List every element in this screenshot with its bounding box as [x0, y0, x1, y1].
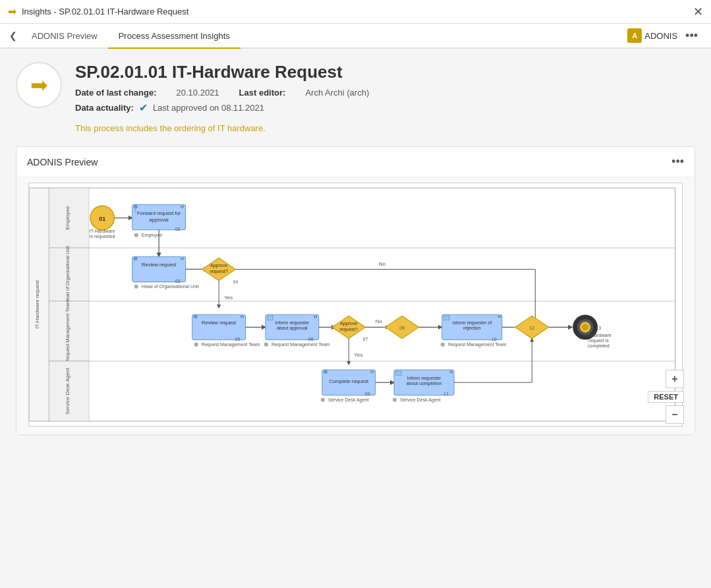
- svg-text:approval: approval: [150, 217, 169, 223]
- svg-text:Inform requester: Inform requester: [407, 376, 441, 381]
- tab-bar: ❮ ADONIS Preview Process Assessment Insi…: [0, 24, 711, 49]
- svg-text:Inform requester of: Inform requester of: [453, 320, 492, 326]
- svg-text:Yes: Yes: [354, 352, 362, 358]
- tab-bar-right: A ADONIS •••: [627, 24, 706, 47]
- header-info: SP.02.01.01 IT-Hardware Request Date of …: [75, 62, 695, 133]
- tab-process-assessment[interactable]: Process Assessment Insights: [108, 24, 241, 49]
- title-bar: ➡ Insights - SP.02.01.01 IT-Hardware Req…: [0, 0, 711, 24]
- editor-value: Arch Archi (arch): [305, 88, 369, 98]
- svg-text:completed: completed: [588, 343, 610, 349]
- svg-text:Head of Organisational Unit: Head of Organisational Unit: [142, 284, 199, 289]
- date-label: Date of last change:: [75, 88, 157, 98]
- svg-point-51: [194, 314, 198, 318]
- svg-text:Service Desk Agent: Service Desk Agent: [400, 397, 441, 403]
- check-icon: ✔: [139, 102, 148, 114]
- svg-point-27: [134, 233, 138, 237]
- svg-text:Inform requester: Inform requester: [275, 320, 310, 326]
- svg-text:IT-Hardware: IT-Hardware: [586, 333, 611, 338]
- svg-point-121: [393, 398, 397, 402]
- preview-header: ADONIS Preview •••: [16, 147, 695, 177]
- header-section: ➡ SP.02.01.01 IT-Hardware Request Date o…: [16, 62, 695, 133]
- svg-point-23: [134, 204, 138, 208]
- diagram-canvas[interactable]: IT-Hardware request Employee Head of Org…: [28, 183, 683, 426]
- svg-text:about completion: about completion: [407, 381, 442, 386]
- preview-title: ADONIS Preview: [27, 157, 98, 167]
- meta-row: Date of last change: 20.10.2021 Last edi…: [75, 88, 695, 98]
- svg-point-106: [324, 370, 327, 374]
- main-content: ➡ SP.02.01.01 IT-Hardware Request Date o…: [0, 49, 711, 588]
- svg-text:02: 02: [175, 227, 181, 231]
- svg-point-66: [264, 343, 268, 347]
- svg-text:Review request: Review request: [202, 320, 237, 326]
- svg-text:Request Management Team: Request Management Team: [448, 342, 507, 347]
- svg-point-87: [441, 343, 445, 347]
- actuality-value: Last approved on 08.11.2021: [153, 103, 264, 113]
- svg-text:Approve: Approve: [210, 263, 227, 268]
- zoom-in-button[interactable]: +: [666, 370, 684, 388]
- svg-text:Complete request: Complete request: [329, 378, 369, 384]
- svg-text:Yes: Yes: [224, 295, 233, 301]
- title-arrow-icon: ➡: [8, 5, 16, 18]
- svg-text:07: 07: [363, 337, 368, 341]
- svg-point-54: [194, 343, 198, 347]
- tab-adonis-preview[interactable]: ADONIS Preview: [21, 24, 108, 49]
- process-title: SP.02.01.01 IT-Hardware Request: [75, 62, 695, 82]
- svg-text:request?: request?: [210, 269, 228, 274]
- svg-text:11: 11: [443, 392, 449, 397]
- process-arrow-icon: ➡: [30, 73, 48, 98]
- date-value: 20.10.2021: [177, 88, 219, 98]
- actuality-label: Data actuality:: [75, 103, 134, 113]
- svg-text:Head of Organisational Unit: Head of Organisational Unit: [65, 246, 71, 303]
- tab-nav-prev[interactable]: ❮: [5, 24, 21, 47]
- svg-text:request?: request?: [340, 327, 358, 332]
- svg-point-96: [582, 324, 588, 330]
- editor-label: Last editor:: [239, 88, 286, 98]
- diagram-controls: + RESET −: [648, 370, 684, 424]
- svg-text:Review request: Review request: [142, 262, 177, 268]
- svg-text:IT-Hardware: IT-Hardware: [90, 229, 115, 233]
- svg-text:No: No: [376, 318, 383, 324]
- svg-text:10: 10: [492, 337, 497, 341]
- svg-point-33: [134, 256, 138, 260]
- svg-text:Forward request for: Forward request for: [137, 210, 181, 216]
- preview-section: ADONIS Preview ••• IT-Hardware request E…: [16, 146, 695, 435]
- svg-text:Request Management Team: Request Management Team: [202, 342, 260, 347]
- svg-text:09: 09: [365, 392, 370, 397]
- svg-text:No: No: [379, 261, 386, 267]
- process-icon: ➡: [16, 62, 62, 108]
- tab-bar-left: ❮ ADONIS Preview Process Assessment Insi…: [5, 24, 241, 47]
- svg-text:08: 08: [399, 326, 405, 330]
- svg-text:06: 06: [308, 337, 314, 341]
- description-text: This process includes the ordering of IT…: [75, 123, 695, 133]
- svg-text:Employee: Employee: [65, 206, 71, 229]
- svg-text:12: 12: [529, 326, 534, 330]
- reset-button[interactable]: RESET: [648, 391, 684, 403]
- title-bar-left: ➡ Insights - SP.02.01.01 IT-Hardware Req…: [8, 5, 188, 18]
- svg-text:04: 04: [233, 279, 239, 284]
- svg-text:about approval: about approval: [277, 326, 308, 331]
- svg-text:request is: request is: [588, 338, 609, 343]
- svg-point-109: [321, 398, 325, 402]
- svg-text:13: 13: [596, 326, 602, 330]
- svg-text:is requested: is requested: [90, 234, 115, 239]
- tab-bar-more-button[interactable]: •••: [683, 29, 700, 43]
- svg-text:Request Management Team: Request Management Team: [65, 300, 71, 363]
- svg-text:Service Desk Agent: Service Desk Agent: [65, 367, 71, 414]
- svg-text:Approve: Approve: [340, 321, 357, 326]
- svg-text:IT-Hardware request: IT-Hardware request: [34, 279, 40, 328]
- adonis-button[interactable]: A ADONIS: [627, 28, 677, 43]
- title-text: Insights - SP.02.01.01 IT-Hardware Reque…: [22, 7, 188, 16]
- close-button[interactable]: ✕: [693, 6, 703, 18]
- svg-text:05: 05: [235, 337, 241, 341]
- diagram-area: IT-Hardware request Employee Head of Org…: [16, 177, 695, 434]
- adonis-icon: A: [627, 28, 642, 43]
- data-actuality-row: Data actuality: ✔ Last approved on 08.11…: [75, 102, 695, 114]
- svg-text:03: 03: [175, 279, 181, 283]
- svg-text:01: 01: [99, 216, 105, 222]
- svg-text:rejection: rejection: [463, 326, 481, 331]
- zoom-out-button[interactable]: −: [666, 405, 684, 424]
- svg-text:Service Desk Agent: Service Desk Agent: [328, 397, 369, 403]
- preview-more-button[interactable]: •••: [671, 155, 684, 169]
- svg-point-36: [134, 285, 138, 289]
- diagram-svg: IT-Hardware request Employee Head of Org…: [29, 183, 682, 426]
